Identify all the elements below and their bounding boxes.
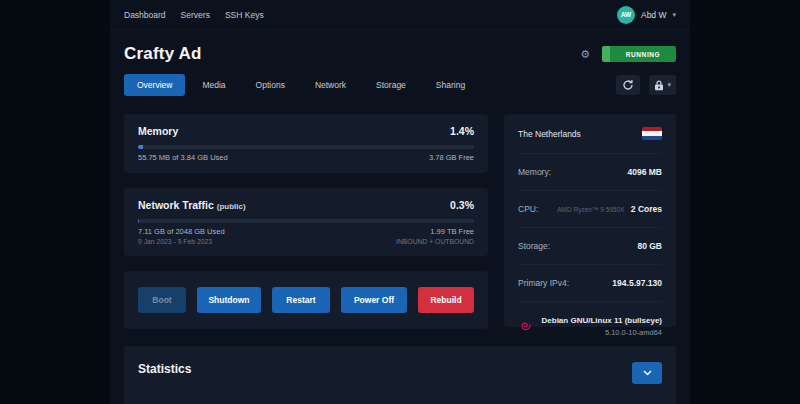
- tab-actions: ▾: [616, 75, 676, 95]
- tab-storage[interactable]: Storage: [363, 74, 419, 96]
- avatar: AW: [617, 6, 635, 24]
- cpu-cores-text: 2 Cores: [631, 204, 662, 214]
- refresh-button[interactable]: [616, 75, 640, 95]
- network-scope-text: INBOUND + OUTBOUND: [396, 238, 474, 245]
- memory-info-label: Memory:: [518, 167, 551, 177]
- tab-sharing[interactable]: Sharing: [423, 74, 478, 96]
- cpu-info-label: CPU:: [518, 204, 538, 214]
- memory-progress-fill: [138, 145, 143, 149]
- nav-item-servers[interactable]: Servers: [181, 10, 210, 20]
- overview-panel: Memory 1.4% 55.75 MB of 3.84 GB Used 3.7…: [110, 106, 690, 404]
- network-percent: 0.3%: [450, 199, 474, 211]
- network-progress-bar: [138, 219, 474, 223]
- status-label: RUNNING: [610, 46, 676, 62]
- memory-card-title: Memory: [138, 125, 178, 137]
- page-title: Crafty Ad: [124, 44, 202, 64]
- network-free-text: 1.99 TB Free: [430, 227, 474, 236]
- tab-network[interactable]: Network: [302, 74, 359, 96]
- gear-icon[interactable]: ⚙: [580, 49, 590, 60]
- status-badge: RUNNING: [602, 46, 676, 62]
- location-row: The Netherlands: [518, 114, 662, 153]
- statistics-title: Statistics: [138, 362, 191, 376]
- tabs: Overview Media Options Network Storage S…: [124, 74, 478, 96]
- memory-info-row: Memory: 4096 MB: [518, 153, 662, 190]
- network-title-text: Network Traffic: [138, 199, 214, 211]
- refresh-icon: [622, 79, 634, 91]
- location-name: The Netherlands: [518, 129, 581, 139]
- nav-item-dashboard[interactable]: Dashboard: [124, 10, 166, 20]
- tabs-row: Overview Media Options Network Storage S…: [110, 70, 690, 106]
- shutdown-button[interactable]: Shutdown: [197, 287, 261, 313]
- chevron-down-icon: ▾: [672, 11, 676, 19]
- network-used-text: 7.11 GB of 2048 GB Used: [138, 227, 225, 236]
- network-period-text: 9 Jan 2023 - 9 Feb 2023: [138, 238, 212, 245]
- network-card-title: Network Traffic (public): [138, 199, 246, 211]
- debian-logo-icon: [518, 318, 535, 335]
- status-strip: [602, 46, 610, 62]
- ipv4-info-row: Primary IPv4: 194.5.97.130: [518, 264, 662, 301]
- user-menu[interactable]: AW Abd W ▾: [617, 6, 676, 24]
- chevron-down-icon: [643, 370, 652, 376]
- os-info-row: Debian GNU/Linux 11 (bullseye) 5.10.0-10…: [518, 301, 662, 351]
- chevron-down-icon: ▾: [667, 81, 671, 89]
- nav-item-ssh-keys[interactable]: SSH Keys: [225, 10, 264, 20]
- statistics-toggle-button[interactable]: [632, 362, 662, 384]
- restart-button[interactable]: Restart: [272, 287, 330, 313]
- memory-progress-bar: [138, 145, 474, 149]
- network-title-suffix: (public): [217, 202, 246, 211]
- info-column: The Netherlands Memory: 4096 MB CPU: AMD…: [504, 114, 676, 329]
- cpu-model-text: AMD Ryzen™ 9 5950X: [557, 206, 624, 213]
- os-text: Debian GNU/Linux 11 (bullseye) 5.10.0-10…: [542, 316, 662, 337]
- storage-info-label: Storage:: [518, 241, 550, 251]
- cpu-info-value: AMD Ryzen™ 9 5950X 2 Cores: [557, 204, 662, 214]
- statistics-card: Statistics: [124, 346, 676, 404]
- boot-button[interactable]: Boot: [138, 287, 186, 313]
- user-name: Abd W: [641, 10, 667, 20]
- nav-links: Dashboard Servers SSH Keys: [124, 10, 264, 20]
- network-progress-fill: [138, 219, 139, 223]
- memory-percent: 1.4%: [450, 125, 474, 137]
- storage-info-value: 80 GB: [637, 241, 662, 251]
- memory-used-text: 55.75 MB of 3.84 GB Used: [138, 153, 228, 162]
- rebuild-button[interactable]: Rebuild: [418, 287, 474, 313]
- page-header: Crafty Ad ⚙ RUNNING: [110, 30, 690, 70]
- ipv4-info-label: Primary IPv4:: [518, 278, 569, 288]
- lock-icon: [654, 80, 664, 91]
- os-name: Debian GNU/Linux 11 (bullseye): [542, 316, 662, 325]
- lock-button[interactable]: ▾: [649, 75, 676, 95]
- tab-overview[interactable]: Overview: [124, 74, 185, 96]
- memory-card: Memory 1.4% 55.75 MB of 3.84 GB Used 3.7…: [124, 114, 488, 173]
- storage-info-row: Storage: 80 GB: [518, 227, 662, 264]
- power-off-button[interactable]: Power Off: [341, 287, 407, 313]
- os-kernel: 5.10.0-10-amd64: [542, 328, 662, 337]
- power-actions-card: Boot Shutdown Restart Power Off Rebuild: [124, 271, 488, 329]
- tab-media[interactable]: Media: [189, 74, 238, 96]
- memory-free-text: 3.78 GB Free: [429, 153, 474, 162]
- ipv4-info-value: 194.5.97.130: [612, 278, 662, 288]
- netherlands-flag-icon: [642, 127, 662, 140]
- server-info-card: The Netherlands Memory: 4096 MB CPU: AMD…: [504, 114, 676, 327]
- cpu-info-row: CPU: AMD Ryzen™ 9 5950X 2 Cores: [518, 190, 662, 227]
- usage-column: Memory 1.4% 55.75 MB of 3.84 GB Used 3.7…: [124, 114, 488, 329]
- tab-options[interactable]: Options: [243, 74, 298, 96]
- memory-info-value: 4096 MB: [628, 167, 663, 177]
- content-band: Dashboard Servers SSH Keys AW Abd W ▾ Cr…: [110, 0, 690, 404]
- top-nav: Dashboard Servers SSH Keys AW Abd W ▾: [110, 0, 690, 30]
- network-traffic-card: Network Traffic (public) 0.3% 7.11 GB of…: [124, 188, 488, 256]
- header-actions: ⚙ RUNNING: [580, 46, 676, 62]
